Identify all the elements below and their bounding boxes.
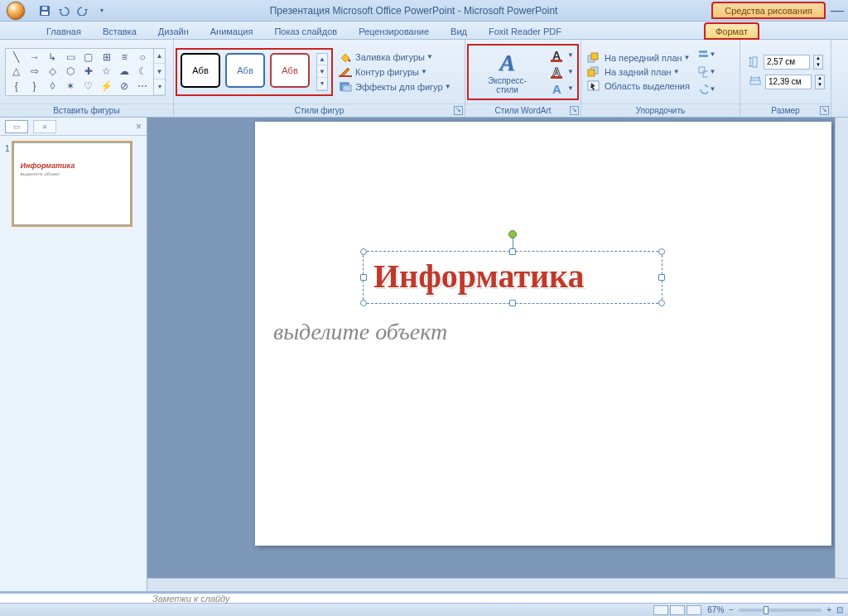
spin-up-icon[interactable]: ▲ <box>814 55 822 62</box>
minimize-icon[interactable]: — <box>826 3 848 18</box>
width-field[interactable]: 12,39 см ▲▼ <box>749 75 825 89</box>
shapes-gallery-scroll[interactable]: ▲▼▾ <box>154 48 166 96</box>
undo-icon[interactable] <box>55 2 72 19</box>
resize-handle[interactable] <box>360 248 367 255</box>
height-field[interactable]: 2,57 см ▲▼ <box>749 55 825 70</box>
shape-misc-icon[interactable]: ⋯ <box>133 79 152 93</box>
slide[interactable]: Информатика выделите объект <box>255 122 831 546</box>
shape-style-1[interactable]: Абв <box>181 53 220 88</box>
shape-no-icon[interactable]: ⊘ <box>116 79 134 93</box>
save-icon[interactable] <box>36 2 53 19</box>
tab-view[interactable]: Вид <box>441 24 477 39</box>
selected-text-box[interactable]: Информатика <box>363 251 662 304</box>
tab-animation[interactable]: Анимация <box>200 24 263 39</box>
shape-vtext-icon[interactable]: ≡ <box>116 51 134 65</box>
scroll-down-icon[interactable]: ▼ <box>154 64 165 79</box>
width-spinner[interactable]: ▲▼ <box>815 75 825 89</box>
shape-connector-icon[interactable]: ↳ <box>44 51 62 65</box>
dialog-launcher-icon[interactable]: ↘ <box>570 106 579 115</box>
shape-brace2-icon[interactable]: } <box>26 79 44 93</box>
height-value[interactable]: 2,57 см <box>764 55 810 70</box>
dialog-launcher-icon[interactable]: ↘ <box>820 106 829 115</box>
slideshow-view-button[interactable] <box>687 605 701 615</box>
shape-rect-icon[interactable]: ▭ <box>61 51 80 65</box>
shape-style-2[interactable]: Абв <box>225 53 265 88</box>
more-shapes-icon[interactable]: ▾ <box>154 79 165 95</box>
tab-review[interactable]: Рецензирование <box>349 24 439 39</box>
office-button[interactable] <box>0 0 31 22</box>
bring-to-front-button[interactable]: На передний план▼ <box>585 51 693 65</box>
shape-bolt-icon[interactable]: ⚡ <box>98 79 116 93</box>
shape-callout-icon[interactable]: ◊ <box>44 79 62 93</box>
zoom-out-button[interactable]: − <box>729 605 734 614</box>
shape-diamond-icon[interactable]: ◇ <box>44 65 62 79</box>
resize-handle[interactable] <box>658 300 665 306</box>
qat-more-icon[interactable]: ▾ <box>94 2 110 19</box>
fit-window-button[interactable]: ⊡ <box>836 605 843 614</box>
shape-effects-button[interactable]: Эффекты для фигур▼ <box>336 80 453 94</box>
slide-subtitle-text[interactable]: выделите объект <box>273 319 447 345</box>
vertical-scrollbar[interactable] <box>835 118 848 578</box>
close-pane-icon[interactable]: × <box>136 121 142 132</box>
resize-handle[interactable] <box>509 248 516 255</box>
text-effects-button[interactable]: A▼ <box>549 80 576 97</box>
notes-pane[interactable]: Заметки к слайду <box>0 591 848 603</box>
resize-handle[interactable] <box>658 274 665 281</box>
scroll-down-icon[interactable]: ▼ <box>317 65 327 78</box>
tab-slideshow[interactable]: Показ слайдов <box>264 24 347 39</box>
tab-home[interactable]: Главная <box>36 24 91 39</box>
shape-cloud-icon[interactable]: ☁ <box>116 65 134 79</box>
redo-icon[interactable] <box>75 2 91 19</box>
zoom-thumb[interactable] <box>764 606 768 614</box>
shape-cross-icon[interactable]: ✚ <box>80 65 98 79</box>
selection-pane-button[interactable]: Область выделения <box>585 79 693 93</box>
group-button[interactable]: ▼ <box>698 64 716 80</box>
shape-textbox-icon[interactable]: ⊞ <box>98 51 116 65</box>
shape-brace-icon[interactable]: { <box>7 79 26 93</box>
tab-insert[interactable]: Вставка <box>93 24 147 39</box>
scroll-up-icon[interactable]: ▲ <box>154 49 165 65</box>
resize-handle[interactable] <box>360 274 367 281</box>
sorter-view-button[interactable] <box>670 605 685 615</box>
shape-styles-gallery[interactable]: Абв Абв Абв ▲▼▾ <box>179 51 330 93</box>
spin-down-icon[interactable]: ▼ <box>814 62 822 69</box>
spin-up-icon[interactable]: ▲ <box>816 75 824 82</box>
slide-title-text[interactable]: Информатика <box>364 252 662 301</box>
shape-star-icon[interactable]: ☆ <box>98 65 116 79</box>
shape-outline-button[interactable]: Контур фигуры▼ <box>336 65 453 79</box>
zoom-level[interactable]: 67% <box>707 605 724 614</box>
shape-line-icon[interactable]: ╲ <box>7 51 26 65</box>
tab-foxit[interactable]: Foxit Reader PDF <box>479 24 571 39</box>
shape-sun-icon[interactable]: ✶ <box>61 79 80 93</box>
height-spinner[interactable]: ▲▼ <box>813 55 823 70</box>
wordart-quick-styles[interactable]: A Экспресс-стили <box>470 48 544 96</box>
resize-handle[interactable] <box>658 248 665 255</box>
shape-arrow-icon[interactable]: → <box>26 51 44 65</box>
horizontal-scrollbar[interactable] <box>147 578 848 591</box>
align-button[interactable]: ▼ <box>698 46 716 63</box>
shape-roundrect-icon[interactable]: ▢ <box>80 51 98 65</box>
shapes-gallery[interactable]: ╲→↳▭▢⊞≡○ △⇨◇⬡✚☆☁☾ {}◊✶♡⚡⊘⋯ <box>5 48 154 96</box>
contextual-tab-drawing-tools[interactable]: Средства рисования <box>712 2 825 18</box>
shape-rarrow-icon[interactable]: ⇨ <box>26 65 44 79</box>
dialog-launcher-icon[interactable]: ↘ <box>454 106 463 115</box>
shape-hex-icon[interactable]: ⬡ <box>61 65 80 79</box>
shape-heart-icon[interactable]: ♡ <box>80 79 98 93</box>
zoom-in-button[interactable]: + <box>826 605 831 614</box>
spin-down-icon[interactable]: ▼ <box>816 82 824 89</box>
slide-canvas-area[interactable]: Информатика выделите объект <box>147 118 848 591</box>
slide-thumbnail-1[interactable]: 1 Информатика выделите объект <box>5 142 142 225</box>
rotation-handle[interactable] <box>508 230 517 238</box>
tab-format[interactable]: Формат <box>705 23 759 39</box>
text-outline-button[interactable]: A▼ <box>549 64 576 80</box>
text-fill-button[interactable]: A▼ <box>549 47 576 64</box>
send-to-back-button[interactable]: На задний план▼ <box>585 65 693 79</box>
normal-view-button[interactable] <box>653 605 668 615</box>
more-styles-icon[interactable]: ▾ <box>317 78 327 90</box>
shape-oval-icon[interactable]: ○ <box>133 51 152 65</box>
rotate-button[interactable]: ▼ <box>698 81 716 98</box>
resize-handle[interactable] <box>360 300 367 306</box>
outline-tab[interactable]: ≡ <box>33 120 56 133</box>
scroll-up-icon[interactable]: ▲ <box>317 54 327 66</box>
slides-tab[interactable]: ▭ <box>5 120 28 133</box>
